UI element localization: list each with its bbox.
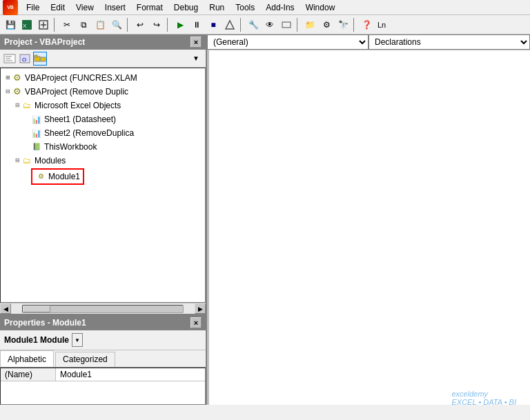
locals-btn[interactable] — [279, 17, 294, 32]
thisworkbook-icon: 📗 — [31, 141, 42, 152]
menu-tools[interactable]: Tools — [230, 1, 260, 14]
view-code-btn[interactable] — [3, 52, 17, 66]
code-textarea[interactable] — [209, 50, 530, 405]
scrollbar-thumb[interactable] — [23, 306, 50, 312]
vbaproject1-label: VBAProject (FUNCRES.XLAM — [25, 72, 137, 84]
vbaproject1-icon: ⚙ — [12, 72, 23, 83]
project-tree[interactable]: ⊞ ⚙ VBAProject (FUNCRES.XLAM ⊟ ⚙ VBAProj… — [0, 68, 206, 303]
scroll-left-btn[interactable]: ◀ — [0, 303, 11, 314]
prop-row-name: (Name) Module1 — [1, 368, 205, 381]
tree-item-vbaproject1[interactable]: ⊞ ⚙ VBAProject (FUNCRES.XLAM — [3, 71, 202, 85]
design-btn[interactable] — [222, 17, 237, 32]
project-panel: Project - VBAProject × O ▼ — [0, 34, 206, 315]
watermark: exceldemyEXCEL • DATA • BI — [452, 390, 517, 406]
vbaproject2-label: VBAProject (Remove Duplic — [25, 86, 128, 98]
toolbar-sep1 — [54, 18, 57, 32]
run-btn[interactable]: ▶ — [173, 17, 188, 32]
properties-btn[interactable]: ⚙ — [319, 17, 334, 32]
paste-btn[interactable]: 📋 — [92, 17, 108, 32]
tree-item-sheet1[interactable]: 📊 Sheet1 (Datasheet) — [3, 112, 202, 126]
ln-label: Ln — [375, 21, 388, 29]
menu-edit[interactable]: Edit — [45, 1, 70, 14]
svg-text:O: O — [22, 57, 26, 63]
tab-categorized[interactable]: Categorized — [55, 352, 115, 367]
view-excel-btn[interactable]: X — [19, 17, 35, 32]
scroll-down-btn[interactable]: ▼ — [189, 52, 203, 66]
copy-btn[interactable]: ⧉ — [76, 17, 91, 32]
properties-panel-title: Properties - Module1 — [4, 318, 86, 328]
watch-btn[interactable]: 👁 — [262, 17, 277, 32]
modules-label: Modules — [35, 154, 66, 167]
redo-btn[interactable]: ↪ — [149, 17, 164, 32]
sheet1-label: Sheet1 (Datasheet) — [44, 113, 116, 126]
menu-insert[interactable]: Insert — [99, 1, 131, 14]
toolbar-sep4 — [240, 18, 243, 32]
save-icon-btn[interactable]: 💾 — [3, 17, 18, 32]
prop-content: (Name) Module1 — [0, 368, 206, 405]
general-dropdown[interactable]: (General) — [207, 34, 369, 50]
expander-vbaproject2[interactable]: ⊟ — [3, 86, 12, 98]
view-object-btn[interactable]: O — [18, 52, 32, 66]
toolbar-sep3 — [167, 18, 170, 32]
find-btn[interactable]: 🔍 — [109, 17, 124, 32]
project-panel-header: Project - VBAProject × — [0, 34, 206, 50]
scrollbar-track[interactable] — [22, 305, 184, 313]
project-panel-close[interactable]: × — [190, 37, 202, 48]
sheet2-label: Sheet2 (RemoveDuplica — [44, 127, 134, 139]
prop-type-arrow[interactable]: ▼ — [72, 333, 83, 347]
stop-btn[interactable]: ■ — [206, 17, 221, 32]
toolbar: 💾 X ✂ ⧉ 📋 🔍 ↩ ↪ ▶ ⏸ ■ 🔧 👁 📁 ⚙ 🔭 ❓ Ln — [0, 15, 530, 34]
cut-btn[interactable]: ✂ — [59, 17, 75, 32]
tree-item-vbaproject2[interactable]: ⊟ ⚙ VBAProject (Remove Duplic — [3, 85, 202, 99]
menu-debug[interactable]: Debug — [168, 1, 204, 14]
tree-item-modules[interactable]: ⊟ 🗂 Modules — [3, 154, 202, 168]
pause-btn[interactable]: ⏸ — [189, 17, 204, 32]
prop-name-label: (Name) — [1, 368, 56, 381]
thisworkbook-label: ThisWorkbook — [44, 141, 97, 153]
project-panel-title: Project - VBAProject — [4, 37, 85, 47]
prop-tabs: Alphabetic Categorized — [0, 350, 206, 368]
object-browser-btn[interactable]: 🔭 — [335, 17, 351, 32]
tree-item-sheet2[interactable]: 📊 Sheet2 (RemoveDuplica — [3, 126, 202, 140]
help-btn[interactable]: ❓ — [359, 17, 374, 32]
prop-type-label: Module1 Module — [4, 335, 69, 345]
tree-item-thisworkbook[interactable]: 📗 ThisWorkbook — [3, 140, 202, 154]
breakpoints-btn[interactable]: 🔧 — [246, 17, 261, 32]
menu-run[interactable]: Run — [204, 1, 230, 14]
scroll-right-btn[interactable]: ▶ — [195, 303, 206, 314]
menu-bar: VB File Edit View Insert Format Debug Ru… — [0, 0, 530, 15]
module1-label: Module1 — [48, 170, 80, 183]
project-toolbar: O ▼ — [0, 50, 206, 68]
insert-btn[interactable] — [36, 17, 51, 32]
menu-format[interactable]: Format — [131, 1, 168, 14]
properties-panel-header: Properties - Module1 × — [0, 315, 206, 330]
declarations-dropdown[interactable]: Declarations — [369, 34, 530, 50]
expander-excelobjects[interactable]: ⊟ — [13, 99, 21, 112]
toggle-folders-btn[interactable] — [33, 52, 47, 66]
properties-panel-close[interactable]: × — [190, 317, 202, 328]
sheet1-icon: 📊 — [31, 114, 42, 125]
project-explorer-btn[interactable]: 📁 — [302, 17, 317, 32]
menu-window[interactable]: Window — [300, 1, 341, 14]
properties-panel: Properties - Module1 × Module1 Module ▼ … — [0, 315, 206, 405]
app-logo: VB — [3, 0, 18, 15]
tree-item-module1[interactable]: ⚙ Module1 — [3, 168, 202, 186]
modules-icon: 🗂 — [21, 155, 32, 166]
undo-btn[interactable]: ↩ — [132, 17, 148, 32]
tab-alphabetic[interactable]: Alphabetic — [0, 350, 54, 367]
menu-file[interactable]: File — [21, 1, 45, 14]
tree-horizontal-scrollbar[interactable]: ◀ ▶ — [0, 303, 206, 314]
tree-item-excelobjects[interactable]: ⊟ 🗂 Microsoft Excel Objects — [3, 99, 202, 112]
prop-name-value[interactable]: Module1 — [56, 368, 205, 381]
svg-rect-6 — [282, 22, 291, 28]
excelobjects-icon: 🗂 — [21, 100, 32, 111]
menu-view[interactable]: View — [70, 1, 99, 14]
code-header: (General) Declarations — [207, 34, 530, 50]
main-layout: Project - VBAProject × O ▼ — [0, 34, 530, 405]
expander-modules[interactable]: ⊟ — [13, 154, 21, 167]
toolbar-sep6 — [353, 18, 356, 32]
right-panel: (General) Declarations — [207, 34, 530, 405]
svg-text:X: X — [23, 23, 27, 29]
menu-addins[interactable]: Add-Ins — [260, 1, 300, 14]
expander-vbaproject1[interactable]: ⊞ — [3, 72, 12, 84]
